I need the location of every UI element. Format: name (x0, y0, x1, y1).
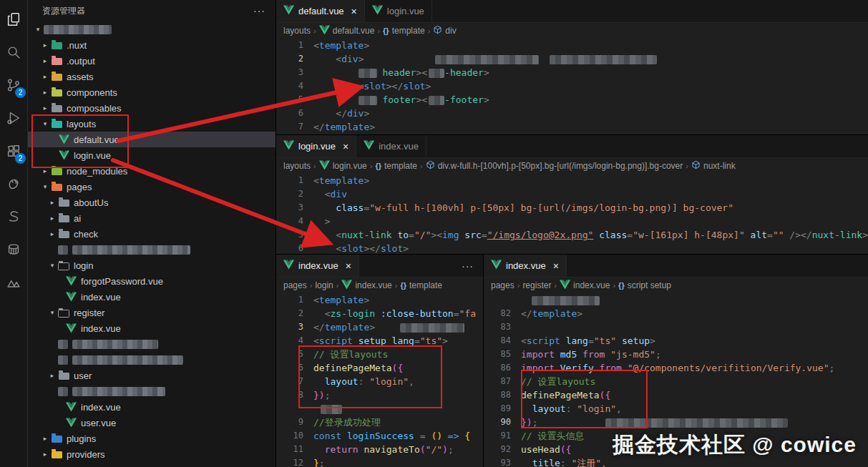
more-actions-icon[interactable]: ··· (253, 5, 265, 16)
line-content: </template> (521, 307, 868, 320)
tree-item-composables[interactable]: ▸composables (28, 100, 275, 116)
extension-paw-icon[interactable] (0, 167, 27, 200)
tree-item--nuxt[interactable]: ▸.nuxt (28, 37, 275, 53)
breadcrumb-item[interactable]: login (315, 280, 333, 290)
breadcrumb-item[interactable]: login.vue (319, 160, 367, 172)
breadcrumb-item[interactable]: {}template (400, 280, 442, 290)
line-number: 82 (484, 307, 521, 320)
tree-item-user[interactable]: ▸user (28, 368, 275, 383)
close-icon[interactable]: × (343, 142, 348, 152)
code-token: ( (420, 444, 426, 455)
line-number: 2 (276, 187, 313, 201)
explorer-icon[interactable] (0, 3, 27, 36)
breadcrumb-item[interactable]: default.vue (319, 25, 375, 37)
tree-item-ai[interactable]: ▸ai (28, 210, 275, 226)
close-icon[interactable]: × (346, 261, 351, 271)
code-line: 3</template> (276, 320, 484, 334)
tree-item-censored[interactable] (28, 242, 275, 257)
tree-item-login-vue[interactable]: login.vue (28, 147, 275, 163)
line-content: }; (313, 456, 484, 467)
code-token: < (313, 335, 319, 346)
tree-item-index-vue[interactable]: index.vue (28, 320, 275, 336)
censored-region (435, 55, 539, 64)
extension-s-icon[interactable] (0, 200, 27, 233)
tree-item-label: login.vue (74, 150, 111, 161)
code-line: 4<script setup lang="ts"> (276, 334, 484, 348)
tree-item-check[interactable]: ▸check (28, 226, 275, 242)
tree-item-aboutUs[interactable]: ▸aboutUs (28, 195, 275, 210)
tree-item-censored[interactable] (28, 336, 275, 352)
line-number: 1 (276, 39, 313, 52)
breadcrumb-item[interactable]: {}template (375, 161, 417, 171)
tree-item-censored[interactable] (28, 352, 275, 368)
tab-login-vue[interactable]: login.vue× (276, 135, 356, 157)
breadcrumb-item[interactable]: register (522, 280, 551, 290)
run-debug-icon[interactable] (0, 102, 27, 134)
folder-plugins-icon (51, 433, 62, 444)
tree-item-default-vue[interactable]: default.vue (28, 132, 275, 147)
tree-item-providers[interactable]: ▸providers (28, 446, 275, 462)
tab-default-vue[interactable]: default.vue× (276, 0, 365, 22)
code-area[interactable]: 1<template>2 <div3 class="w-full h-[100v… (276, 174, 868, 255)
line-content: //登录成功处理 (313, 416, 484, 429)
breadcrumb-separator: › (370, 162, 373, 170)
tree-item-assets[interactable]: ▸assets (28, 69, 275, 84)
code-token: </ (313, 322, 325, 333)
tree-item--output[interactable]: ▸.output (28, 53, 275, 69)
tree-item-login[interactable]: ▾login (28, 257, 275, 273)
tree-item-plugins[interactable]: ▸plugins (28, 431, 275, 446)
extension-mountains-icon[interactable] (0, 266, 27, 299)
breadcrumb-item[interactable]: index.vue (560, 280, 610, 292)
line-content: > (313, 215, 868, 228)
breadcrumb-item[interactable]: index.vue (341, 280, 391, 292)
code-line: 92useHead({ (484, 443, 868, 456)
breadcrumb-item[interactable]: layouts (283, 161, 311, 171)
code-token: "注册" (571, 458, 601, 467)
tree-item-pages[interactable]: ▾pages (28, 179, 275, 195)
breadcrumb-item[interactable]: div.w-full.h-[100vh].p-[50px].bg-[url(/i… (426, 160, 683, 172)
tree-item-forgotPassword-vue[interactable]: forgotPassword.vue (28, 273, 275, 289)
code-area[interactable]: 1<template>2 <zs-login :close-button="fa… (276, 293, 484, 467)
tab-bar: default.vue×login.vue (276, 0, 868, 23)
breadcrumb-item[interactable]: {}template (383, 26, 425, 36)
line-number: 3 (276, 201, 313, 215)
close-icon[interactable]: × (351, 6, 357, 16)
breadcrumb-label: index.vue (573, 280, 610, 290)
code-token: > (364, 40, 369, 51)
code-token: < (521, 335, 527, 346)
tab-login-vue[interactable]: login.vue (365, 0, 432, 22)
tree-item-register[interactable]: ▾register (28, 305, 275, 320)
code-area[interactable]: 82</template>8384<script lang="ts" setup… (484, 293, 868, 467)
breadcrumb-item[interactable]: pages (491, 280, 515, 290)
tree-item-censored[interactable] (28, 383, 275, 399)
breadcrumb-item[interactable]: nuxt-link (691, 160, 736, 172)
close-icon[interactable]: × (553, 261, 559, 271)
tab-index-vue[interactable]: index.vue× (484, 255, 567, 277)
search-icon[interactable] (0, 36, 27, 69)
code-line: 6 <slot></slot> (276, 242, 868, 255)
line-content (521, 320, 868, 334)
tree-item-censored[interactable]: ▾ (28, 21, 275, 37)
tree-item-user-vue[interactable]: user.vue (28, 415, 275, 431)
tree-item-layouts[interactable]: ▾layouts (28, 116, 275, 132)
breadcrumb-item[interactable]: div (433, 25, 456, 36)
breadcrumb-item[interactable]: {}script setup (618, 280, 671, 290)
extensions-icon[interactable]: 2 (0, 134, 27, 167)
tree-item-components[interactable]: ▸components (28, 84, 275, 100)
tree-item-node_modules[interactable]: ▸node_modules (28, 163, 275, 179)
tree-item-index-vue[interactable]: index.vue (28, 289, 275, 305)
tree-item-index-vue[interactable]: index.vue (28, 399, 275, 415)
breadcrumb-item[interactable]: layouts (283, 26, 311, 36)
code-area[interactable]: 1<template>2 <div>3 header><-header>4 <s… (276, 39, 868, 134)
source-control-icon[interactable]: 2 (0, 69, 27, 102)
folder-assets-icon (51, 71, 62, 82)
code-token: template (319, 295, 364, 305)
tab-index-vue[interactable]: index.vue× (276, 255, 359, 277)
code-token: src (464, 230, 481, 240)
extension-box-icon[interactable] (0, 233, 27, 266)
code-token: ; (319, 458, 325, 467)
editor-actions-icon[interactable]: ··· (452, 255, 484, 277)
tab-index-vue[interactable]: index.vue (356, 135, 426, 157)
breadcrumb: pages›register›index.vue›{}script setup (484, 277, 868, 293)
breadcrumb-item[interactable]: pages (283, 280, 307, 290)
